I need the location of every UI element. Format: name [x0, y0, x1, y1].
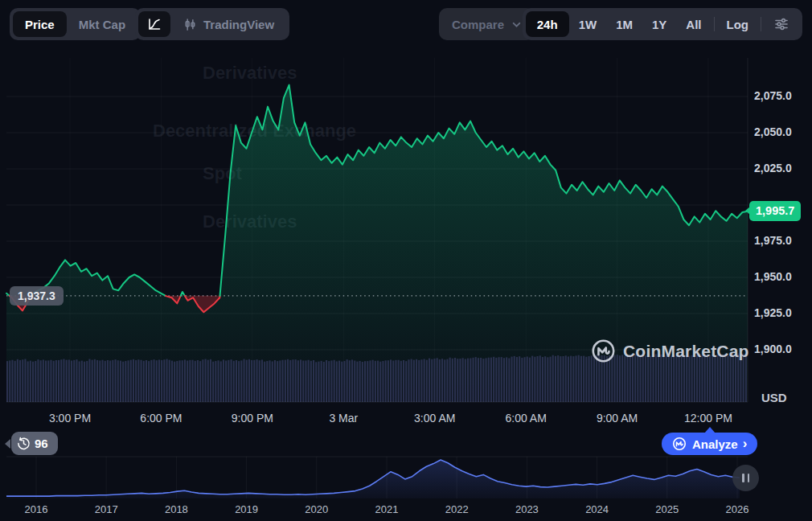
baseline-price-label: 1,937.3 [10, 286, 64, 306]
time-range-selector: 24h 1W 1M 1Y All Log [523, 8, 802, 40]
chevron-right-icon: › [743, 436, 748, 452]
analyze-button[interactable]: Analyze › [662, 433, 757, 455]
watermark-brand-text: CoinMarketCap [623, 342, 749, 361]
chart-type-toggle: TradingView [135, 8, 289, 40]
price-tick-label: 1,975.0 [754, 234, 807, 247]
chart-toolbar: Price Mkt Cap TradingView Comp [0, 0, 812, 48]
chart-settings-button[interactable] [764, 11, 799, 37]
coinmarketcap-watermark: CoinMarketCap [591, 338, 749, 363]
year-tick-label: 2016 [12, 503, 60, 515]
time-tick-label: 9:00 AM [581, 412, 654, 425]
price-tick-label: 1,950.0 [754, 270, 807, 283]
time-tick-label: 6:00 PM [125, 412, 197, 425]
year-tick-label: 2024 [573, 503, 621, 515]
cmc-logo-icon [672, 437, 687, 451]
tradingview-button[interactable]: TradingView [170, 11, 286, 37]
price-tick-label: 2,050.0 [754, 125, 807, 138]
toolbar-divider [761, 17, 761, 31]
year-tick-label: 2018 [152, 503, 200, 515]
year-tick-label: 2022 [433, 503, 481, 515]
price-mktcap-toggle: Price Mkt Cap [10, 8, 141, 40]
year-tick-label: 2019 [223, 503, 271, 515]
sliders-icon [773, 16, 789, 32]
price-tick-label: 2,075.0 [754, 89, 807, 102]
range-all-button[interactable]: All [676, 11, 711, 37]
time-tick-label: 9:00 PM [216, 412, 289, 425]
price-chart-panel: DerivativesDecentralized ExchangeSpotDer… [0, 0, 812, 521]
time-tick-label: 3:00 AM [399, 412, 471, 425]
range-1y-button[interactable]: 1Y [642, 11, 676, 37]
year-tick-label: 2021 [363, 503, 411, 515]
toolbar-divider [714, 17, 715, 31]
candlestick-icon [182, 17, 198, 32]
time-tick-label: 12:00 PM [672, 412, 744, 425]
time-tick-label: 3:00 PM [34, 412, 106, 425]
mktcap-tab[interactable]: Mkt Cap [67, 11, 137, 37]
history-count: 96 [35, 437, 48, 450]
line-chart-icon [146, 16, 162, 32]
current-price-badge: 1,995.7 [749, 201, 801, 221]
year-tick-label: 2017 [82, 503, 130, 515]
compare-button[interactable]: Compare [439, 8, 535, 40]
range-1m-button[interactable]: 1M [606, 11, 642, 37]
price-tab[interactable]: Price [13, 11, 67, 37]
time-tick-label: 6:00 AM [490, 412, 562, 425]
minimap-drag-handle[interactable] [732, 465, 759, 491]
range-24h-button[interactable]: 24h [526, 11, 569, 37]
time-tick-label: 3 Mar [307, 412, 379, 425]
year-tick-label: 2025 [643, 503, 691, 515]
tradingview-label: TradingView [203, 18, 274, 31]
price-tick-label: 2,025.0 [754, 162, 807, 174]
compare-label: Compare [452, 18, 504, 31]
price-tick-label: 1,925.0 [754, 306, 807, 319]
range-1w-button[interactable]: 1W [569, 11, 607, 37]
chevron-down-icon [511, 19, 522, 30]
line-chart-type-button[interactable] [138, 11, 170, 37]
history-clock-icon [17, 437, 31, 450]
price-tick-label: 1,900.0 [754, 343, 807, 355]
year-tick-label: 2023 [502, 503, 551, 515]
cmc-logo-icon [591, 338, 616, 363]
axis-unit-label: USD [761, 391, 787, 404]
year-tick-label: 2026 [713, 503, 761, 515]
year-tick-label: 2020 [293, 503, 341, 515]
analyze-label: Analyze [692, 437, 738, 451]
history-count-badge[interactable]: 96 [11, 432, 58, 455]
log-scale-button[interactable]: Log [717, 11, 759, 37]
